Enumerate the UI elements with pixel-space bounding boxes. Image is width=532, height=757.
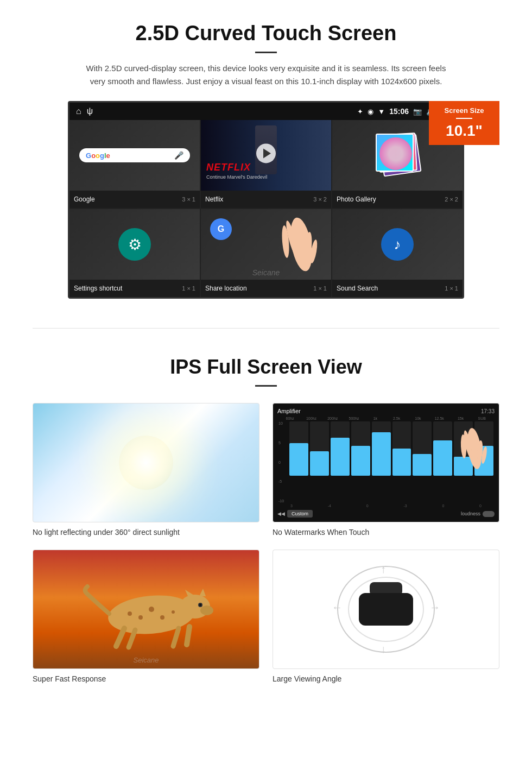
app-cell-share[interactable]: G Share location	[201, 209, 331, 297]
svg-point-12	[106, 592, 196, 638]
feature-sunlight: No light reflecting under 360° direct su…	[33, 403, 259, 537]
loudness-label: loudness	[461, 511, 480, 516]
svg-marker-15	[199, 589, 206, 596]
section1-title: 2.5D Curved Touch Screen	[33, 22, 499, 45]
arrow-left-icon: ←	[332, 601, 343, 614]
android-screen: ⌂ ψ ✦ ◉ ▼ 15:06 📷 🔊 ✕ ▭	[68, 101, 464, 299]
gallery-card-3	[376, 134, 414, 172]
feature-cheetah: Seicane Super Fast Response	[33, 550, 259, 683]
svg-line-20	[173, 628, 179, 646]
svg-point-23	[149, 607, 154, 612]
cheetah-caption: Super Fast Response	[33, 674, 259, 683]
svg-point-27	[128, 611, 132, 616]
app-grid: Google 🎤 Google 3 × 1	[69, 120, 463, 297]
sound-label-row: Sound Search 1 × 1	[332, 280, 463, 297]
gallery-stack	[376, 134, 419, 177]
badge-divider	[456, 118, 472, 119]
svg-line-21	[116, 628, 124, 646]
settings-visual: ⚙	[69, 209, 200, 280]
netflix-play-button[interactable]	[256, 143, 276, 163]
app-cell-google[interactable]: Google 🎤 Google 3 × 1	[69, 120, 200, 208]
svg-point-25	[138, 615, 143, 620]
eq-bars	[289, 421, 493, 476]
feature-car: ↑ → ↓ ← Large Viewing Angle	[273, 550, 499, 683]
screen-size-badge: Screen Size 10.1"	[429, 101, 499, 145]
gallery-app-size: 2 × 2	[445, 196, 458, 203]
sound-visual: ♪	[332, 209, 463, 280]
screen-mockup-wrapper: Screen Size 10.1" ⌂ ψ ✦ ◉ ▼ 15:06 📷 🔊	[33, 101, 499, 299]
share-app-size: 1 × 1	[313, 285, 327, 292]
sun-glow	[119, 436, 173, 490]
google-search-bar[interactable]: Google 🎤	[79, 148, 190, 162]
cheetah-silhouette	[65, 566, 227, 653]
share-visual: G	[201, 209, 331, 280]
amp-time: 17:33	[481, 408, 495, 414]
netflix-visual: NETFLIX Continue Marvel's Daredevil	[201, 120, 331, 191]
netflix-app-name: Netflix	[205, 195, 223, 203]
svg-line-19	[187, 627, 189, 645]
usb-icon: ψ	[87, 106, 93, 116]
gallery-app-name: Photo Gallery	[337, 195, 376, 203]
section2-divider	[255, 385, 277, 387]
svg-point-24	[160, 615, 164, 620]
settings-app-name: Settings shortcut	[74, 285, 122, 292]
amp-title: Amplifier	[277, 408, 301, 414]
arrow-top-icon: ↑	[381, 563, 386, 576]
arrow-bottom-icon: ↓	[381, 643, 386, 655]
section2-title: IPS Full Screen View	[33, 356, 499, 379]
section1-description: With 2.5D curved-display screen, this de…	[81, 62, 451, 88]
section-ips: IPS Full Screen View No light reflecting…	[0, 339, 532, 705]
gallery-flower	[379, 137, 412, 170]
settings-label-row: Settings shortcut 1 × 1	[69, 280, 200, 297]
app-cell-sound[interactable]: ♪ Sound Search 1 × 1	[332, 209, 463, 297]
section-divider	[33, 328, 499, 329]
settings-icon-wrap: ⚙	[118, 228, 151, 261]
car-caption: Large Viewing Angle	[273, 674, 499, 683]
status-time: 15:06	[389, 107, 409, 116]
amp-loudness: loudness	[461, 511, 495, 517]
arrow-right-icon: →	[429, 601, 440, 614]
amp-custom-btn[interactable]: Custom	[287, 510, 313, 518]
home-icon[interactable]: ⌂	[76, 106, 81, 116]
camera-icon: 📷	[413, 108, 422, 116]
sunlight-image	[33, 403, 259, 522]
badge-size: 10.1"	[435, 122, 493, 140]
google-label-row: Google 3 × 1	[69, 191, 200, 208]
car-image: ↑ → ↓ ←	[273, 550, 499, 669]
google-logo: Google	[86, 152, 110, 160]
pointing-hand-icon	[271, 204, 320, 285]
sound-icon-wrap: ♪	[381, 228, 414, 261]
sound-note-icon: ♪	[394, 236, 401, 253]
cheetah-watermark: Seicane	[134, 656, 159, 664]
cheetah-image: Seicane	[33, 550, 259, 669]
svg-point-18	[199, 604, 201, 606]
share-app-name: Share location	[205, 285, 247, 292]
google-mic-icon[interactable]: 🎤	[174, 151, 183, 160]
amp-footer: ◀◀ Custom loudness	[277, 510, 495, 518]
netflix-app-size: 3 × 2	[313, 196, 327, 203]
netflix-logo: NETFLIX	[206, 162, 251, 173]
sound-app-size: 1 × 1	[445, 285, 458, 292]
netflix-subtitle: Continue Marvel's Daredevil	[206, 174, 267, 180]
amplifier-caption: No Watermarks When Touch	[273, 528, 499, 537]
app-cell-netflix[interactable]: NETFLIX Continue Marvel's Daredevil Netf…	[201, 120, 331, 208]
settings-app-size: 1 × 1	[182, 285, 195, 292]
car-diagram: ↑ → ↓ ←	[337, 566, 435, 653]
maps-icon: G	[209, 217, 233, 242]
section-curved-touch: 2.5D Curved Touch Screen With 2.5D curve…	[0, 0, 532, 317]
loudness-toggle[interactable]	[483, 511, 495, 517]
google-app-size: 3 × 1	[182, 196, 195, 203]
gallery-label-row: Photo Gallery 2 × 2	[332, 191, 463, 208]
sound-app-name: Sound Search	[337, 285, 378, 292]
feature-grid: No light reflecting under 360° direct su…	[33, 403, 499, 683]
app-cell-settings[interactable]: ⚙ Settings shortcut 1 × 1	[69, 209, 200, 297]
sunlight-caption: No light reflecting under 360° direct su…	[33, 528, 259, 537]
status-bar-left: ⌂ ψ	[76, 106, 93, 116]
amplifier-image: Amplifier 17:33 60hz 100hz 200hz 500hz 1…	[273, 403, 499, 522]
badge-title: Screen Size	[435, 106, 493, 115]
status-bar: ⌂ ψ ✦ ◉ ▼ 15:06 📷 🔊 ✕ ▭	[69, 103, 463, 120]
feature-amplifier: Amplifier 17:33 60hz 100hz 200hz 500hz 1…	[273, 403, 499, 537]
svg-point-16	[200, 605, 213, 615]
touch-hand-icon	[453, 416, 491, 476]
car-body	[359, 593, 413, 626]
